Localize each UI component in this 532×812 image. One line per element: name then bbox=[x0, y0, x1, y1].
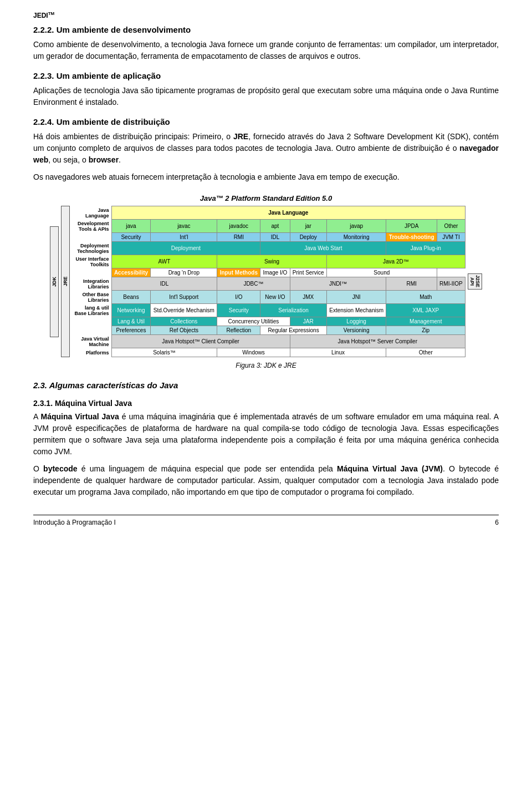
header-brand: JEDITM bbox=[33, 11, 499, 19]
jar-cell: JAR bbox=[290, 317, 326, 326]
xmljaxp-cell: XML JAXP bbox=[386, 304, 466, 317]
tool-intl: Int'l bbox=[151, 233, 217, 242]
row-label-integration: IntegrationLibraries bbox=[72, 277, 111, 291]
zip-cell: Zip bbox=[386, 326, 466, 335]
io-cell: I/O bbox=[217, 291, 260, 304]
footer-left: Introdução à Programação I bbox=[33, 519, 116, 526]
ui-toolkits-row2: Accessibility Drag 'n Drop Input Methods… bbox=[72, 268, 466, 277]
brand-sup: TM bbox=[48, 11, 55, 16]
lang-util-cell: Lang & Util bbox=[111, 317, 151, 326]
security-cell: Security bbox=[217, 304, 260, 317]
jws-cell: Java Web Start bbox=[260, 242, 386, 255]
row-label-lang-util: lang & utilBase Libraries bbox=[72, 304, 111, 317]
jdk-label: JDK bbox=[50, 226, 59, 337]
tool-apt: apt bbox=[260, 220, 290, 233]
integration-row: IntegrationLibraries IDL JDBC™ JNDI™ RMI… bbox=[72, 277, 466, 291]
section-224: 2.2.4. Um ambiente de distribuição Há do… bbox=[33, 117, 499, 183]
jni-cell: JNI bbox=[326, 291, 386, 304]
solaris-cell: Solaris™ bbox=[111, 348, 217, 357]
java-language-cell: Java Language bbox=[111, 206, 465, 220]
row-label-empty4 bbox=[72, 326, 111, 335]
imageio-cell: Image I/O bbox=[260, 268, 290, 277]
windows-cell: Windows bbox=[217, 348, 290, 357]
section-224-para2: Os navegadores web atuais fornecem inter… bbox=[33, 171, 499, 183]
section-224-para1: Há dois ambientes de distribuição princi… bbox=[33, 131, 499, 166]
tool-jpda: JPDA bbox=[386, 220, 437, 233]
tool-security: Security bbox=[111, 233, 151, 242]
section-224-title: 2.2.4. Um ambiente de distribuição bbox=[33, 117, 499, 126]
jvm-row: Java VirtualMachine Java Hotspot™ Client… bbox=[72, 335, 466, 348]
accessibility-cell: Accessibility bbox=[111, 268, 151, 277]
j2se-api-label: J2SEAPI bbox=[468, 273, 482, 289]
logging-cell: Logging bbox=[326, 317, 386, 326]
row-label-empty3 bbox=[72, 317, 111, 326]
rmi-cell: RMI bbox=[386, 277, 437, 291]
section-222-para: Como ambiente de desenvolvimento, a tecn… bbox=[33, 39, 499, 62]
ref-objects-cell: Ref Objects bbox=[151, 326, 217, 335]
plugin-cell: Java Plug-in bbox=[386, 242, 466, 255]
row-label-dev-tools: DevelopmentTools & APIs bbox=[72, 220, 111, 233]
section-223: 2.2.3. Um ambiente de aplicação Aplicaçõ… bbox=[33, 71, 499, 108]
idl-cell: IDL bbox=[111, 277, 217, 291]
collections-cell: Collections bbox=[151, 317, 217, 326]
intl-support-cell: Int'l Support bbox=[151, 291, 217, 304]
networking-cell: Networking bbox=[111, 304, 151, 317]
print-service-cell: Print Service bbox=[290, 268, 326, 277]
deployment-cell: Deployment bbox=[111, 242, 260, 255]
section-223-title: 2.2.3. Um ambiente de aplicação bbox=[33, 71, 499, 80]
section-23-title: 2.3. Algumas características do Java bbox=[33, 380, 499, 390]
figure-caption: Figura 3: JDK e JRE bbox=[50, 362, 482, 369]
section-231: 2.3.1. Máquina Virtual Java A Máquina Vi… bbox=[33, 399, 499, 498]
preferences-cell: Preferences bbox=[111, 326, 151, 335]
row-label-jvm: Java VirtualMachine bbox=[72, 335, 111, 348]
dev-tools-row: DevelopmentTools & APIs java javac javad… bbox=[72, 220, 466, 233]
jdbc-cell: JDBC™ bbox=[217, 277, 290, 291]
java-platform-diagram-container: Java™ 2 Platform Standard Edition 5.0 JD… bbox=[50, 194, 482, 369]
diagram-main-title: Java™ 2 Platform Standard Edition 5.0 bbox=[50, 194, 482, 202]
footer-right: 6 bbox=[495, 519, 499, 526]
section-231-para2: O bytecode é uma linguagem de máquina es… bbox=[33, 463, 499, 498]
tool-jar: jar bbox=[290, 220, 326, 233]
row-label-other-base: Other BaseLibraries bbox=[72, 291, 111, 304]
java-language-row: JavaLanguage Java Language bbox=[72, 206, 466, 220]
other-base-row: Other BaseLibraries Beans Int'l Support … bbox=[72, 291, 466, 304]
jre-label: JRE bbox=[61, 206, 70, 357]
section-223-para: Aplicações de tecnologia Java são tipica… bbox=[33, 85, 499, 108]
tool-monitoring: Monitoring bbox=[326, 233, 386, 242]
row-label-empty1 bbox=[72, 233, 111, 242]
section-231-title: 2.3.1. Máquina Virtual Java bbox=[33, 399, 499, 408]
tool-deploy: Deploy bbox=[290, 233, 326, 242]
java2d-cell: Java 2D™ bbox=[326, 255, 465, 268]
tool-trouble: Trouble-shooting bbox=[386, 233, 437, 242]
tool-java: java bbox=[111, 220, 151, 233]
row-label-java-language: JavaLanguage bbox=[72, 206, 111, 220]
concurrency-cell: Concurrency Utilities bbox=[217, 317, 290, 326]
section-231-para1: A Máquina Virtual Java é uma máquina ima… bbox=[33, 411, 499, 458]
math-cell: Math bbox=[386, 291, 466, 304]
lang-util-row1: lang & utilBase Libraries Networking Std… bbox=[72, 304, 466, 317]
page-footer: Introdução à Programação I 6 bbox=[33, 515, 499, 526]
rmiiiop-cell: RMI-IIOP bbox=[437, 277, 465, 291]
serialization-cell: Serialization bbox=[260, 304, 327, 317]
tool-javac: javac bbox=[151, 220, 217, 233]
section-23-title-text: 2.3. Algumas características do Java bbox=[33, 380, 178, 390]
tool-idl: IDL bbox=[260, 233, 290, 242]
lang-util-row2: Lang & Util Collections Concurrency Util… bbox=[72, 317, 466, 326]
brand-name: JEDI bbox=[33, 12, 48, 19]
lang-util-row3: Preferences Ref Objects Reflection Regul… bbox=[72, 326, 466, 335]
client-compiler-cell: Java Hotspot™ Client Compiler bbox=[111, 335, 290, 348]
dev-tools-row2: Security Int'l RMI IDL Deploy Monitoring… bbox=[72, 233, 466, 242]
ext-mech-cell: Extension Mechanism bbox=[326, 304, 386, 317]
tool-javap: javap bbox=[326, 220, 386, 233]
input-methods-cell: Input Methods bbox=[217, 268, 260, 277]
beans-cell: Beans bbox=[111, 291, 151, 304]
reflection-cell: Reflection bbox=[217, 326, 260, 335]
ui-toolkits-row: User InterfaceToolkits AWT Swing Java 2D… bbox=[72, 255, 466, 268]
jndi-cell: JNDI™ bbox=[290, 277, 386, 291]
management-cell: Management bbox=[386, 317, 466, 326]
tool-other: Other bbox=[437, 220, 465, 233]
stdoverride-cell: Std.Override Mechanism bbox=[151, 304, 217, 317]
tool-jvmti: JVM TI bbox=[437, 233, 465, 242]
dnd-cell: Drag 'n Drop bbox=[151, 268, 217, 277]
tool-rmi: RMI bbox=[217, 233, 260, 242]
